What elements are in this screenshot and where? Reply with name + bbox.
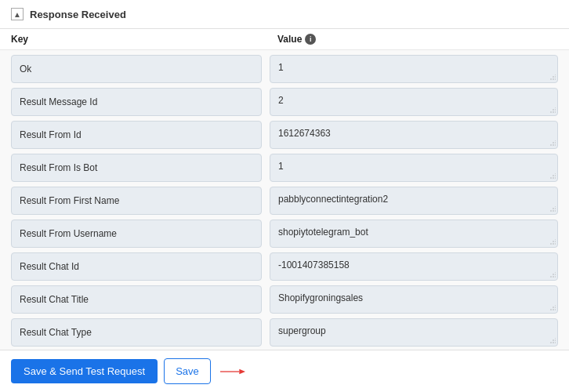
resize-handle-icon: [549, 338, 556, 344]
svg-point-3: [553, 76, 554, 78]
table-row: Result From Is Bot1: [11, 154, 558, 182]
svg-point-31: [553, 243, 554, 245]
resize-handle-icon: [549, 140, 556, 147]
svg-point-16: [555, 142, 556, 143]
value-text: -1001407385158: [278, 260, 549, 270]
key-cell: Result Chat Title: [11, 285, 262, 314]
table-row: Result From Usernameshopiytotelegram_bot: [11, 220, 558, 248]
save-button[interactable]: Save: [164, 358, 211, 384]
value-text: 1: [278, 62, 549, 73]
key-cell: Ok: [11, 55, 262, 83]
svg-point-14: [555, 144, 556, 146]
section-title: Response Received: [30, 9, 126, 20]
value-cell: 1612674363: [270, 121, 558, 149]
svg-point-20: [555, 177, 556, 179]
svg-point-38: [555, 276, 556, 278]
svg-point-0: [550, 78, 552, 80]
svg-point-28: [555, 208, 556, 209]
table-row: Result From First Namepabblyconnectinteg…: [11, 187, 558, 215]
main-container: ▲ Response Received Key Value i Ok1Resul…: [0, 0, 569, 392]
svg-point-42: [550, 309, 552, 310]
svg-point-23: [555, 173, 556, 174]
svg-point-34: [555, 241, 556, 242]
svg-point-50: [555, 342, 556, 343]
value-text: 1: [278, 161, 549, 172]
value-text: Shopifygroningsales: [278, 292, 549, 303]
svg-point-48: [550, 342, 552, 343]
svg-point-47: [555, 305, 556, 306]
value-label: Value: [277, 34, 302, 45]
info-icon: i: [305, 34, 316, 45]
columns-header: Key Value i: [0, 29, 569, 50]
value-cell: 1: [270, 55, 558, 83]
svg-point-25: [553, 210, 554, 212]
value-cell: 1: [270, 154, 558, 182]
svg-point-40: [555, 274, 556, 275]
svg-point-12: [550, 144, 552, 146]
value-cell: supergroup: [270, 318, 558, 347]
svg-point-37: [553, 276, 554, 278]
svg-point-24: [550, 210, 552, 212]
svg-point-32: [555, 243, 556, 245]
table-row: Result Message Id2: [11, 88, 558, 116]
svg-point-49: [553, 342, 554, 343]
svg-point-9: [553, 109, 554, 111]
key-cell: Result From Username: [11, 220, 262, 248]
resize-handle-icon: [549, 173, 556, 180]
value-text: shopiytotelegram_bot: [278, 227, 549, 238]
svg-point-27: [553, 208, 554, 209]
svg-point-30: [550, 243, 552, 245]
key-cell: Result From Id: [11, 121, 262, 149]
svg-point-18: [550, 177, 552, 179]
svg-point-10: [555, 109, 556, 111]
footer-section: Save & Send Test Request Save: [0, 350, 569, 392]
svg-point-33: [553, 241, 554, 242]
table-row: Result Chat Id-1001407385158: [11, 252, 558, 281]
svg-point-8: [555, 111, 556, 113]
svg-point-43: [553, 309, 554, 310]
svg-point-52: [555, 339, 556, 341]
svg-point-4: [555, 76, 556, 78]
table-row: Result From Id1612674363: [11, 121, 558, 149]
svg-point-26: [555, 210, 556, 212]
svg-point-36: [550, 276, 552, 278]
svg-point-11: [555, 107, 556, 108]
key-cell: Result Chat Type: [11, 318, 262, 347]
svg-point-41: [555, 272, 556, 273]
svg-point-2: [555, 78, 556, 80]
value-cell: pabblyconnectintegration2: [270, 187, 558, 215]
svg-point-29: [555, 206, 556, 207]
svg-point-22: [555, 175, 556, 176]
resize-handle-icon: [549, 107, 556, 114]
svg-point-17: [555, 140, 556, 141]
svg-point-35: [555, 239, 556, 240]
svg-point-44: [555, 309, 556, 310]
resize-handle-icon: [549, 272, 556, 278]
key-column-header: Key: [11, 34, 277, 45]
value-text: supergroup: [278, 325, 549, 336]
toggle-icon[interactable]: ▲: [11, 8, 24, 20]
svg-point-19: [553, 177, 554, 179]
svg-marker-55: [239, 368, 245, 373]
svg-point-46: [555, 307, 556, 308]
value-column-header: Value i: [277, 34, 558, 45]
value-text: 2: [278, 95, 549, 106]
key-cell: Result Chat Id: [11, 252, 262, 281]
value-cell: Shopifygroningsales: [270, 285, 558, 314]
svg-point-53: [555, 338, 556, 339]
key-cell: Result From Is Bot: [11, 154, 262, 182]
svg-point-1: [553, 78, 554, 80]
svg-point-39: [553, 274, 554, 275]
save-send-test-button[interactable]: Save & Send Test Request: [11, 359, 158, 383]
table-row: Ok1: [11, 55, 558, 83]
header-section: ▲ Response Received: [0, 0, 569, 29]
scroll-area[interactable]: Ok1Result Message Id2Result From Id16126…: [0, 50, 569, 350]
resize-handle-icon: [549, 74, 556, 81]
value-text: 1612674363: [278, 128, 549, 139]
key-cell: Result Message Id: [11, 88, 262, 116]
arrow-icon: [220, 365, 245, 378]
svg-point-45: [553, 307, 554, 308]
svg-point-5: [555, 74, 556, 75]
svg-point-13: [553, 144, 554, 146]
svg-point-51: [553, 339, 554, 341]
